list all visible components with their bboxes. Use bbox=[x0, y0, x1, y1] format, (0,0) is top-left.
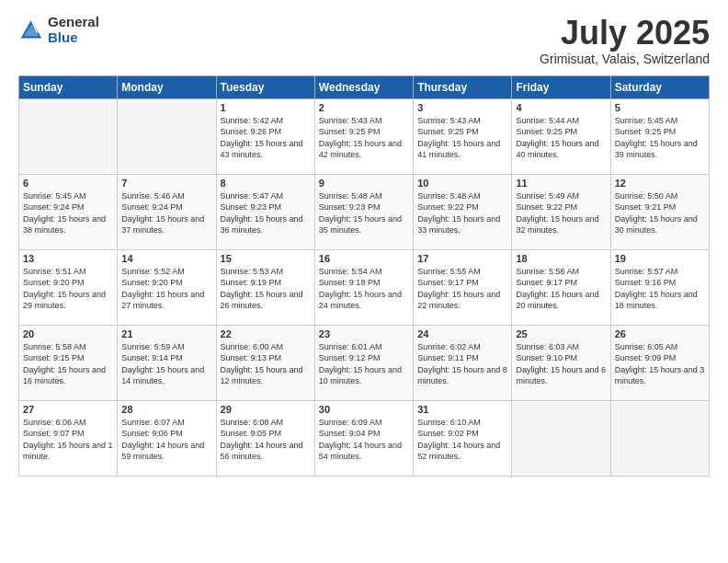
day-number: 24 bbox=[417, 328, 507, 339]
header: General Blue July 2025 Grimisuat, Valais… bbox=[18, 15, 710, 66]
calendar-cell: 28Sunrise: 6:07 AMSunset: 9:06 PMDayligh… bbox=[118, 400, 216, 476]
calendar-cell: 9Sunrise: 5:48 AMSunset: 9:23 PMDaylight… bbox=[314, 174, 413, 249]
weekday-header-sunday: Sunday bbox=[19, 75, 118, 98]
day-number: 19 bbox=[615, 253, 705, 264]
calendar-cell: 5Sunrise: 5:45 AMSunset: 9:25 PMDaylight… bbox=[610, 98, 709, 174]
calendar-cell: 26Sunrise: 6:05 AMSunset: 9:09 PMDayligh… bbox=[610, 325, 709, 400]
day-number: 21 bbox=[121, 328, 211, 339]
day-number: 14 bbox=[121, 253, 211, 264]
cell-content: Sunrise: 6:09 AMSunset: 9:04 PMDaylight:… bbox=[319, 417, 409, 463]
day-number: 8 bbox=[221, 178, 311, 189]
day-number: 5 bbox=[615, 102, 705, 113]
day-number: 23 bbox=[319, 328, 409, 339]
calendar-cell bbox=[19, 98, 118, 174]
weekday-header-monday: Monday bbox=[118, 75, 216, 98]
day-number: 20 bbox=[23, 328, 113, 339]
weekday-header-row: SundayMondayTuesdayWednesdayThursdayFrid… bbox=[19, 75, 710, 98]
calendar-cell: 10Sunrise: 5:48 AMSunset: 9:22 PMDayligh… bbox=[414, 174, 512, 249]
cell-content: Sunrise: 6:00 AMSunset: 9:13 PMDaylight:… bbox=[221, 341, 311, 387]
logo-text: General Blue bbox=[48, 15, 99, 45]
cell-content: Sunrise: 5:47 AMSunset: 9:23 PMDaylight:… bbox=[221, 190, 311, 236]
cell-content: Sunrise: 6:06 AMSunset: 9:07 PMDaylight:… bbox=[23, 417, 113, 463]
day-number: 1 bbox=[221, 102, 311, 113]
calendar-cell: 11Sunrise: 5:49 AMSunset: 9:22 PMDayligh… bbox=[512, 174, 610, 249]
calendar-cell: 18Sunrise: 5:56 AMSunset: 9:17 PMDayligh… bbox=[512, 249, 610, 325]
calendar-cell: 15Sunrise: 5:53 AMSunset: 9:19 PMDayligh… bbox=[216, 249, 314, 325]
week-row-4: 20Sunrise: 5:58 AMSunset: 9:15 PMDayligh… bbox=[19, 325, 710, 400]
calendar-cell: 31Sunrise: 6:10 AMSunset: 9:02 PMDayligh… bbox=[414, 400, 512, 476]
week-row-2: 6Sunrise: 5:45 AMSunset: 9:24 PMDaylight… bbox=[19, 174, 710, 249]
day-number: 6 bbox=[23, 178, 113, 189]
cell-content: Sunrise: 5:44 AMSunset: 9:25 PMDaylight:… bbox=[516, 115, 606, 161]
calendar-cell: 16Sunrise: 5:54 AMSunset: 9:18 PMDayligh… bbox=[314, 249, 413, 325]
calendar-cell: 23Sunrise: 6:01 AMSunset: 9:12 PMDayligh… bbox=[314, 325, 413, 400]
weekday-header-saturday: Saturday bbox=[610, 75, 709, 98]
cell-content: Sunrise: 5:45 AMSunset: 9:24 PMDaylight:… bbox=[23, 190, 113, 236]
cell-content: Sunrise: 5:49 AMSunset: 9:22 PMDaylight:… bbox=[516, 190, 606, 236]
logo-icon bbox=[18, 17, 44, 43]
weekday-header-friday: Friday bbox=[512, 75, 610, 98]
logo-blue-text: Blue bbox=[48, 30, 99, 46]
logo-general-text: General bbox=[48, 15, 99, 30]
logo: General Blue bbox=[18, 15, 99, 45]
calendar-cell: 20Sunrise: 5:58 AMSunset: 9:15 PMDayligh… bbox=[19, 325, 118, 400]
week-row-3: 13Sunrise: 5:51 AMSunset: 9:20 PMDayligh… bbox=[19, 249, 710, 325]
cell-content: Sunrise: 5:48 AMSunset: 9:22 PMDaylight:… bbox=[417, 190, 507, 236]
cell-content: Sunrise: 5:48 AMSunset: 9:23 PMDaylight:… bbox=[319, 190, 409, 236]
cell-content: Sunrise: 6:05 AMSunset: 9:09 PMDaylight:… bbox=[615, 341, 705, 387]
cell-content: Sunrise: 5:52 AMSunset: 9:20 PMDaylight:… bbox=[121, 266, 211, 312]
calendar-cell: 12Sunrise: 5:50 AMSunset: 9:21 PMDayligh… bbox=[610, 174, 709, 249]
day-number: 11 bbox=[516, 178, 606, 189]
cell-content: Sunrise: 5:55 AMSunset: 9:17 PMDaylight:… bbox=[417, 266, 507, 312]
calendar-cell: 7Sunrise: 5:46 AMSunset: 9:24 PMDaylight… bbox=[118, 174, 216, 249]
day-number: 7 bbox=[121, 178, 211, 189]
calendar-cell: 2Sunrise: 5:43 AMSunset: 9:25 PMDaylight… bbox=[314, 98, 413, 174]
month-title: July 2025 bbox=[540, 15, 710, 52]
day-number: 28 bbox=[121, 404, 211, 415]
cell-content: Sunrise: 5:56 AMSunset: 9:17 PMDaylight:… bbox=[516, 266, 606, 312]
calendar-cell: 13Sunrise: 5:51 AMSunset: 9:20 PMDayligh… bbox=[19, 249, 118, 325]
day-number: 22 bbox=[221, 328, 311, 339]
calendar-cell: 1Sunrise: 5:42 AMSunset: 9:26 PMDaylight… bbox=[216, 98, 314, 174]
weekday-header-thursday: Thursday bbox=[414, 75, 512, 98]
day-number: 12 bbox=[615, 178, 705, 189]
calendar-cell: 19Sunrise: 5:57 AMSunset: 9:16 PMDayligh… bbox=[610, 249, 709, 325]
calendar-cell: 21Sunrise: 5:59 AMSunset: 9:14 PMDayligh… bbox=[118, 325, 216, 400]
day-number: 25 bbox=[516, 328, 606, 339]
day-number: 2 bbox=[319, 102, 409, 113]
day-number: 27 bbox=[23, 404, 113, 415]
cell-content: Sunrise: 5:54 AMSunset: 9:18 PMDaylight:… bbox=[319, 266, 409, 312]
calendar-cell: 4Sunrise: 5:44 AMSunset: 9:25 PMDaylight… bbox=[512, 98, 610, 174]
cell-content: Sunrise: 5:58 AMSunset: 9:15 PMDaylight:… bbox=[23, 341, 113, 387]
calendar-cell: 6Sunrise: 5:45 AMSunset: 9:24 PMDaylight… bbox=[19, 174, 118, 249]
weekday-header-wednesday: Wednesday bbox=[314, 75, 413, 98]
day-number: 31 bbox=[417, 404, 507, 415]
day-number: 29 bbox=[221, 404, 311, 415]
day-number: 17 bbox=[417, 253, 507, 264]
day-number: 4 bbox=[516, 102, 606, 113]
cell-content: Sunrise: 5:53 AMSunset: 9:19 PMDaylight:… bbox=[221, 266, 311, 312]
day-number: 30 bbox=[319, 404, 409, 415]
location: Grimisuat, Valais, Switzerland bbox=[540, 52, 710, 66]
weekday-header-tuesday: Tuesday bbox=[216, 75, 314, 98]
calendar-cell: 14Sunrise: 5:52 AMSunset: 9:20 PMDayligh… bbox=[118, 249, 216, 325]
cell-content: Sunrise: 6:08 AMSunset: 9:05 PMDaylight:… bbox=[221, 417, 311, 463]
cell-content: Sunrise: 5:42 AMSunset: 9:26 PMDaylight:… bbox=[221, 115, 311, 161]
cell-content: Sunrise: 6:10 AMSunset: 9:02 PMDaylight:… bbox=[417, 417, 507, 463]
title-block: July 2025 Grimisuat, Valais, Switzerland bbox=[540, 15, 710, 66]
calendar-cell: 22Sunrise: 6:00 AMSunset: 9:13 PMDayligh… bbox=[216, 325, 314, 400]
cell-content: Sunrise: 6:03 AMSunset: 9:10 PMDaylight:… bbox=[516, 341, 606, 387]
cell-content: Sunrise: 5:43 AMSunset: 9:25 PMDaylight:… bbox=[417, 115, 507, 161]
calendar-cell: 17Sunrise: 5:55 AMSunset: 9:17 PMDayligh… bbox=[414, 249, 512, 325]
day-number: 10 bbox=[417, 178, 507, 189]
cell-content: Sunrise: 5:51 AMSunset: 9:20 PMDaylight:… bbox=[23, 266, 113, 312]
week-row-1: 1Sunrise: 5:42 AMSunset: 9:26 PMDaylight… bbox=[19, 98, 710, 174]
day-number: 16 bbox=[319, 253, 409, 264]
day-number: 3 bbox=[417, 102, 507, 113]
cell-content: Sunrise: 5:45 AMSunset: 9:25 PMDaylight:… bbox=[615, 115, 705, 161]
calendar-cell: 3Sunrise: 5:43 AMSunset: 9:25 PMDaylight… bbox=[414, 98, 512, 174]
calendar-cell: 8Sunrise: 5:47 AMSunset: 9:23 PMDaylight… bbox=[216, 174, 314, 249]
calendar-cell bbox=[512, 400, 610, 476]
cell-content: Sunrise: 6:07 AMSunset: 9:06 PMDaylight:… bbox=[121, 417, 211, 463]
day-number: 26 bbox=[615, 328, 705, 339]
